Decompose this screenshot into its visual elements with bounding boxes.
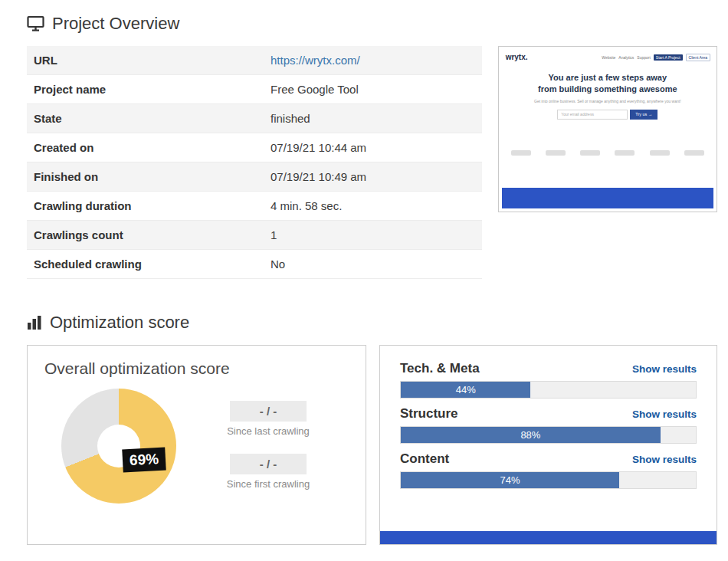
- row-value: 4 min. 58 sec.: [264, 199, 342, 212]
- row-label: Project name: [27, 83, 264, 96]
- thumb-start-project-button: Start A Project: [654, 54, 683, 61]
- since-last-caption: Since last crawling: [215, 425, 322, 437]
- thumb-signup-form: Your email address Try us →: [502, 110, 713, 120]
- progress-bar-track: 44%: [400, 381, 697, 399]
- thumb-footer-bar: [502, 188, 713, 208]
- show-results-link[interactable]: Show results: [632, 454, 697, 465]
- row-value: 07/19/21 10:49 am: [264, 170, 366, 183]
- website-thumbnail[interactable]: wrytx. Website Analytics Support Start A…: [498, 46, 717, 212]
- row-value: 07/19/21 10:44 am: [264, 141, 366, 154]
- since-first-value: - / -: [230, 454, 307, 474]
- thumb-hero: You are just a few steps away from build…: [502, 72, 713, 120]
- table-row: Crawling duration 4 min. 58 sec.: [27, 192, 482, 221]
- row-label: Scheduled crawling: [27, 258, 264, 271]
- thumb-email-field: Your email address: [557, 110, 628, 120]
- partner-logo: [684, 150, 704, 156]
- thumb-client-area-button: Client Area: [686, 54, 710, 61]
- progress-bar-value: 44%: [456, 384, 476, 395]
- table-row: State finished: [27, 104, 482, 133]
- thumb-partner-logos: [502, 150, 713, 156]
- thumb-site-header: wrytx. Website Analytics Support Start A…: [502, 50, 713, 61]
- since-first-caption: Since first crawling: [215, 478, 322, 490]
- overall-score-title: Overall optimization score: [44, 359, 350, 378]
- since-first-crawling: - / - Since first crawling: [215, 454, 322, 490]
- page: { "colors": { "donut_fill": "#f5ca64", "…: [0, 0, 728, 561]
- progress-bar-fill: 74%: [401, 472, 619, 488]
- category-label: Tech. & Meta: [400, 361, 480, 376]
- partner-logo: [580, 150, 600, 156]
- monitor-icon: [27, 15, 44, 32]
- row-label: Crawling duration: [27, 199, 264, 212]
- score-group-tech-meta: Tech. & Meta Show results 44%: [400, 361, 697, 399]
- table-row: Scheduled crawling No: [27, 250, 482, 279]
- row-value: Free Google Tool: [264, 83, 359, 96]
- progress-bar-value: 74%: [500, 474, 520, 486]
- show-results-link[interactable]: Show results: [632, 363, 697, 375]
- overall-score-body: 69% - / - Since last crawling - / - Sinc…: [43, 389, 350, 504]
- progress-bar-fill: 44%: [401, 382, 530, 398]
- bar-chart-icon: [27, 315, 42, 330]
- section-title: Optimization score: [50, 313, 189, 333]
- row-label: Finished on: [27, 170, 264, 183]
- optimization-cards: Overall optimization score 69% - / - Sin…: [27, 345, 717, 545]
- donut-wrap: 69%: [61, 389, 176, 504]
- since-last-crawling: - / - Since last crawling: [215, 401, 322, 437]
- score-group-structure: Structure Show results 88%: [400, 406, 697, 444]
- since-last-value: - / -: [230, 401, 307, 422]
- project-overview-header: Project Overview: [27, 14, 717, 34]
- table-row: Finished on 07/19/21 10:49 am: [27, 162, 482, 192]
- table-row: Created on 07/19/21 10:44 am: [27, 133, 482, 162]
- bottom-blue-bar: [380, 531, 717, 544]
- partner-logo: [546, 150, 566, 156]
- row-value: finished: [264, 112, 310, 125]
- category-label: Content: [400, 451, 449, 467]
- partner-logo: [615, 150, 635, 156]
- score-group-content: Content Show results 74%: [400, 451, 697, 489]
- progress-bar-track: 88%: [400, 426, 697, 444]
- thumb-hero-heading: You are just a few steps away from build…: [502, 72, 713, 95]
- thumb-nav-item: Analytics: [618, 55, 634, 60]
- overall-score-card: Overall optimization score 69% - / - Sin…: [27, 345, 366, 545]
- partner-logo: [650, 150, 670, 156]
- table-row: Crawlings count 1: [27, 221, 482, 250]
- thumb-nav-item: Support: [637, 55, 651, 60]
- row-label: URL: [27, 54, 264, 67]
- row-label: Crawlings count: [27, 228, 264, 241]
- category-label: Structure: [400, 406, 458, 422]
- score-deltas: - / - Since last crawling - / - Since fi…: [215, 401, 322, 490]
- overview-row: URL https://wrytx.com/ Project name Free…: [27, 46, 717, 279]
- progress-bar-track: 74%: [400, 471, 697, 489]
- category-scores-card: Tech. & Meta Show results 44% Structure …: [379, 345, 717, 545]
- thumb-nav-item: Website: [602, 55, 615, 60]
- main-content: Project Overview URL https://wrytx.com/ …: [0, 0, 728, 545]
- thumb-cta-button: Try us →: [630, 110, 657, 120]
- row-label: State: [27, 112, 264, 125]
- thumb-site-logo: wrytx.: [506, 53, 528, 61]
- score-badge: 69%: [122, 448, 166, 473]
- page-title: Project Overview: [52, 14, 179, 34]
- optimization-score-header: Optimization score: [27, 313, 717, 333]
- row-label: Created on: [27, 141, 264, 154]
- table-row: Project name Free Google Tool: [27, 75, 482, 104]
- website-thumbnail-preview: wrytx. Website Analytics Support Start A…: [502, 50, 713, 208]
- row-value: 1: [264, 228, 277, 241]
- progress-bar-value: 88%: [520, 429, 540, 441]
- project-overview-table: URL https://wrytx.com/ Project name Free…: [27, 46, 482, 279]
- row-value: No: [264, 258, 285, 271]
- show-results-link[interactable]: Show results: [632, 408, 697, 420]
- thumb-hero-subtext: Get into online business. Sell or manage…: [502, 99, 713, 103]
- thumb-site-nav: Website Analytics Support Start A Projec…: [602, 54, 710, 61]
- progress-bar-fill: 88%: [401, 427, 661, 443]
- table-row: URL https://wrytx.com/: [27, 46, 482, 75]
- partner-logo: [511, 150, 531, 156]
- project-url-link[interactable]: https://wrytx.com/: [271, 54, 360, 67]
